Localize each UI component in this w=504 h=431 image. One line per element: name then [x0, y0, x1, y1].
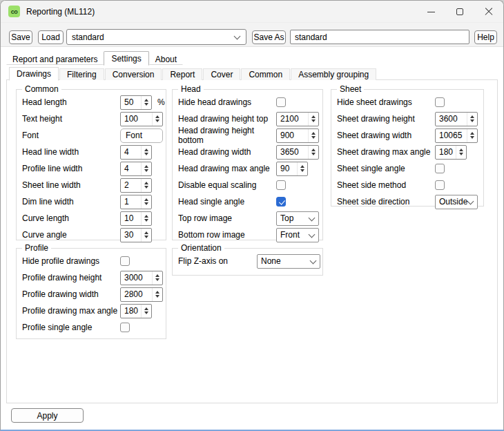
help-button[interactable]: Help: [474, 30, 497, 44]
bottom-row-image-select[interactable]: Front: [276, 228, 319, 242]
field-font: Font Font: [17, 127, 166, 144]
top-row-image-select[interactable]: Top: [276, 211, 319, 226]
tab-filtering[interactable]: Filtering: [59, 68, 104, 80]
load-button[interactable]: Load: [38, 30, 64, 44]
spinner-up-down-buttons[interactable]: [456, 146, 466, 159]
save-button[interactable]: Save: [9, 30, 32, 44]
tab-report[interactable]: Report: [162, 68, 202, 80]
sheet-single-angle-checkbox[interactable]: [435, 164, 445, 173]
spinner-value: 10: [121, 212, 141, 225]
spinner-up-down-buttons[interactable]: [141, 146, 151, 159]
head-length-spinner[interactable]: 50: [120, 95, 152, 110]
spinner-up-down-buttons[interactable]: [308, 146, 318, 159]
field-label: Hide profile drawings: [22, 256, 120, 266]
up-arrow-icon: [155, 274, 159, 277]
profile-single-angle-checkbox[interactable]: [120, 323, 130, 332]
font-button[interactable]: Font: [120, 128, 163, 143]
caption-buttons: [416, 1, 503, 23]
field-head-drawing-max-angle: Head drawing max angle 90: [173, 160, 322, 177]
tab-settings[interactable]: Settings: [104, 51, 148, 66]
spinner-up-down-buttons[interactable]: [308, 129, 318, 142]
field-label: Hide sheet drawings: [337, 97, 435, 107]
sheet-side-method-checkbox[interactable]: [435, 180, 445, 190]
head-drawing-max-angle-spinner[interactable]: 90: [276, 162, 308, 176]
head-single-angle-checkbox[interactable]: [276, 197, 286, 207]
profile-line-width-spinner[interactable]: 4: [120, 162, 152, 176]
head-line-width-spinner[interactable]: 4: [120, 145, 152, 160]
save-as-button[interactable]: Save As: [252, 30, 286, 44]
maximize-button[interactable]: [445, 1, 474, 23]
spinner-up-down-buttons[interactable]: [141, 162, 151, 175]
up-arrow-icon: [144, 215, 148, 218]
tab-assembly-grouping[interactable]: Assembly grouping: [291, 68, 376, 80]
group-title: Common: [22, 84, 61, 94]
chevron-down-icon: [234, 32, 241, 39]
down-arrow-icon: [144, 103, 148, 106]
field-label: Head length: [22, 97, 120, 107]
tab-drawings[interactable]: Drawings: [9, 67, 59, 81]
spinner-up-down-buttons[interactable]: [141, 96, 151, 109]
spinner-value: 4: [121, 146, 141, 159]
head-drawing-width-spinner[interactable]: 3650: [276, 145, 319, 160]
field-label: Flip Z-axis on: [178, 256, 257, 266]
hide-sheet-drawings-checkbox[interactable]: [435, 97, 445, 107]
apply-button[interactable]: Apply: [11, 408, 84, 423]
close-button[interactable]: [474, 1, 503, 23]
flip-z-axis-select[interactable]: None: [257, 254, 320, 269]
field-label: Top row image: [178, 213, 276, 223]
save-as-name-input[interactable]: [290, 30, 469, 44]
spinner-up-down-buttons[interactable]: [141, 179, 151, 192]
hide-profile-drawings-checkbox[interactable]: [120, 256, 130, 266]
preset-combobox[interactable]: standard: [66, 29, 246, 45]
spinner-up-down-buttons[interactable]: [308, 113, 318, 126]
disable-equal-scaling-checkbox[interactable]: [276, 180, 286, 190]
dim-line-width-spinner[interactable]: 1: [120, 195, 152, 209]
down-arrow-icon: [155, 278, 159, 281]
spinner-up-down-buttons[interactable]: [141, 212, 151, 225]
text-height-spinner[interactable]: 100: [120, 112, 163, 126]
down-arrow-icon: [470, 119, 474, 122]
tab-cover[interactable]: Cover: [203, 68, 240, 80]
field-label: Profile drawing max angle: [22, 306, 120, 316]
spinner-up-down-buttons[interactable]: [141, 305, 151, 318]
tab-conversion[interactable]: Conversion: [105, 68, 162, 80]
spinner-up-down-buttons[interactable]: [141, 195, 151, 209]
sheet-side-direction-select[interactable]: Outside: [435, 195, 478, 209]
sheet-drawing-height-spinner[interactable]: 3600: [435, 112, 478, 126]
spinner-value: 1: [121, 195, 141, 209]
up-arrow-icon: [311, 115, 316, 118]
down-arrow-icon: [144, 202, 148, 205]
curve-length-spinner[interactable]: 10: [120, 211, 152, 226]
field-label: Head drawing width: [178, 147, 276, 157]
up-arrow-icon: [155, 115, 159, 118]
app-logo-icon: co: [8, 6, 20, 17]
spinner-up-down-buttons[interactable]: [152, 271, 162, 285]
tab-common[interactable]: Common: [241, 68, 290, 80]
spinner-up-down-buttons[interactable]: [297, 162, 307, 175]
profile-drawing-max-angle-spinner[interactable]: 180: [120, 304, 152, 318]
sheet-drawing-max-angle-spinner[interactable]: 180: [435, 145, 467, 160]
tab-about[interactable]: About: [149, 53, 183, 65]
hide-head-drawings-checkbox[interactable]: [276, 97, 286, 107]
tab-report-and-parameters[interactable]: Report and parameters: [6, 53, 104, 65]
field-bottom-row-image: Bottom row image Front: [173, 227, 322, 243]
spinner-value: 30: [121, 229, 141, 242]
field-profile-drawing-max-angle: Profile drawing max angle 180: [17, 303, 166, 319]
up-arrow-icon: [144, 198, 148, 201]
field-disable-equal-scaling: Disable equal scaling: [173, 177, 322, 193]
head-drawing-height-bottom-spinner[interactable]: 900: [276, 128, 319, 143]
profile-drawing-width-spinner[interactable]: 2800: [120, 287, 163, 302]
spinner-up-down-buttons[interactable]: [152, 288, 162, 301]
spinner-up-down-buttons[interactable]: [467, 113, 477, 126]
spinner-value: 900: [277, 129, 308, 142]
curve-angle-spinner[interactable]: 30: [120, 228, 152, 242]
spinner-up-down-buttons[interactable]: [152, 113, 162, 126]
spinner-up-down-buttons[interactable]: [467, 129, 477, 142]
head-drawing-height-top-spinner[interactable]: 2100: [276, 112, 319, 126]
sheet-line-width-spinner[interactable]: 2: [120, 178, 152, 193]
minimize-button[interactable]: [416, 1, 445, 23]
spinner-up-down-buttons[interactable]: [141, 229, 151, 242]
profile-drawing-height-spinner[interactable]: 3000: [120, 271, 163, 285]
sheet-drawing-width-spinner[interactable]: 10065: [435, 128, 478, 143]
up-arrow-icon: [144, 99, 148, 102]
